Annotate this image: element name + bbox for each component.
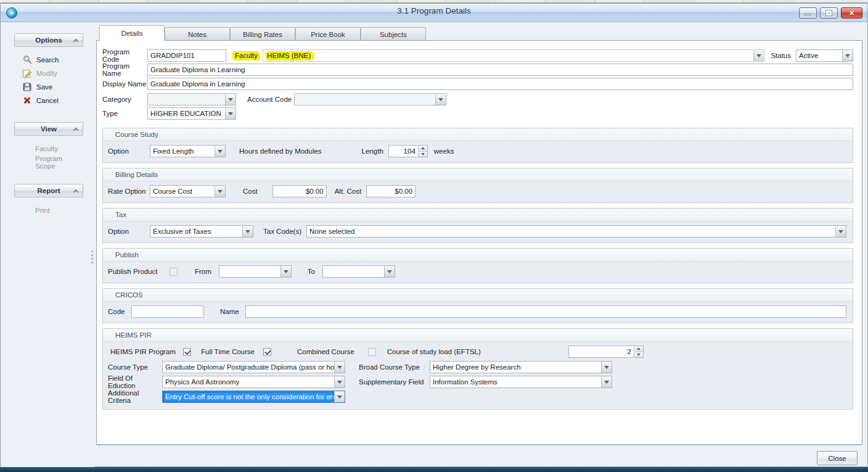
faculty-value: HEIMS (BNE) xyxy=(263,50,753,61)
dropdown-arrow-button[interactable] xyxy=(384,266,395,277)
course-option-combobox[interactable]: Fixed Length xyxy=(150,145,226,157)
hours-defined-note: Hours defined by Modules xyxy=(239,147,322,155)
broad-course-type-label: Broad Course Type xyxy=(359,363,430,371)
tab-price-book[interactable]: Price Book xyxy=(295,27,361,41)
dropdown-arrow-button[interactable] xyxy=(280,266,291,277)
dropdown-arrow-button[interactable] xyxy=(435,94,446,105)
spinner-buttons[interactable] xyxy=(418,146,427,157)
row-display-name: Display Name Graduate Diploma in Learnin… xyxy=(102,78,853,90)
full-time-course-checkbox[interactable] xyxy=(263,348,271,356)
program-code-input[interactable]: GRADDIP101 xyxy=(147,49,226,62)
cricos-code-label: Code xyxy=(108,308,128,315)
rate-option-combobox[interactable]: Course Cost xyxy=(150,185,226,197)
publish-from-label: From xyxy=(195,268,211,275)
tax-option-combobox[interactable]: Exclusive of Taxes xyxy=(150,225,253,238)
sidebar-splitter-grip[interactable] xyxy=(91,250,94,267)
additional-criteria-combobox[interactable]: Entry Cut-off score is not the only cons… xyxy=(162,391,345,403)
sidebar-item-search[interactable]: Search xyxy=(14,53,83,67)
tax-codes-combobox[interactable]: None selected xyxy=(306,225,846,238)
dropdown-arrow-button[interactable] xyxy=(601,362,612,373)
combined-course-checkbox[interactable] xyxy=(368,348,376,356)
sidebar-item-modify[interactable]: Modify xyxy=(14,67,83,80)
cricos-name-input[interactable] xyxy=(245,305,846,318)
type-label: Type xyxy=(102,110,147,117)
publish-from-combobox[interactable] xyxy=(219,265,292,278)
chevron-down-icon xyxy=(845,54,850,57)
dropdown-arrow-button[interactable] xyxy=(242,226,253,237)
course-type-label: Course Type xyxy=(108,363,162,371)
dropdown-arrow-button[interactable] xyxy=(225,94,235,105)
spinner-buttons[interactable] xyxy=(634,346,643,357)
dropdown-arrow-button[interactable] xyxy=(334,391,345,402)
status-combobox[interactable]: Active xyxy=(796,49,853,62)
sidebar-group-title: Options xyxy=(15,36,83,44)
dialog-title: 3.1 Program Details xyxy=(1,6,867,15)
billing-row: Rate Option Course Cost Cost $0.00 Alt. … xyxy=(108,185,846,197)
study-load-spinner[interactable]: 2 xyxy=(568,346,644,358)
dropdown-arrow-button[interactable] xyxy=(215,146,225,157)
tax-option-label: Option xyxy=(108,228,150,235)
dropdown-arrow-button[interactable] xyxy=(601,376,612,387)
course-option-label: Option xyxy=(108,147,150,155)
alt-cost-input[interactable]: $0.00 xyxy=(366,185,416,197)
field-of-education-combobox[interactable]: Physics And Astronomy xyxy=(162,376,345,388)
spin-down-icon[interactable] xyxy=(634,352,643,358)
broad-course-type-combobox[interactable]: Higher Degree by Research xyxy=(430,361,612,373)
dropdown-arrow-button[interactable] xyxy=(334,376,345,387)
sidebar-group-report-header[interactable]: Report xyxy=(14,184,83,197)
sidebar-item-faculty[interactable]: Faculty xyxy=(14,142,83,155)
spin-up-icon[interactable] xyxy=(634,346,643,352)
maximize-button[interactable] xyxy=(820,7,838,19)
heims-course-type-row: Course Type Graduate Diploma/ Postgradua… xyxy=(108,361,846,373)
additional-criteria-value: Entry Cut-off score is not the only cons… xyxy=(163,391,334,402)
cost-input[interactable]: $0.00 xyxy=(272,185,327,197)
cricos-code-input[interactable] xyxy=(131,305,204,318)
dropdown-arrow-button[interactable] xyxy=(215,186,225,197)
dropdown-arrow-button[interactable] xyxy=(334,362,345,373)
row-category-account: Category Account Code xyxy=(102,93,853,106)
tab-subjects[interactable]: Subjects xyxy=(361,27,426,41)
minimize-button[interactable] xyxy=(799,7,817,19)
program-name-label: Program Name xyxy=(102,62,147,77)
course-type-combobox[interactable]: Graduate Diploma/ Postgraduate Diploma (… xyxy=(162,361,345,373)
category-value xyxy=(148,94,225,105)
heims-additional-criteria-row: Additional Criteria Entry Cut-off score … xyxy=(108,391,846,403)
pencil-edit-icon xyxy=(22,68,32,78)
length-spinner[interactable]: 104 xyxy=(388,145,428,157)
display-name-input[interactable]: Graduate Diploma in Learning xyxy=(147,78,853,90)
rate-option-label: Rate Option xyxy=(108,188,150,195)
sidebar-item-cancel[interactable]: Cancel xyxy=(14,94,83,107)
field-of-education-label: Field Of Eduction xyxy=(108,375,162,389)
sidebar-group-options-header[interactable]: Options xyxy=(14,33,83,47)
type-combobox[interactable]: HIGHER EDUCATION xyxy=(147,107,236,120)
sidebar-item-print[interactable]: Print xyxy=(14,204,83,217)
chevron-down-icon xyxy=(218,190,223,193)
dropdown-arrow-button[interactable] xyxy=(842,50,853,61)
sidebar-group-title: View xyxy=(15,125,83,133)
close-window-button[interactable]: × xyxy=(841,7,862,19)
maximize-icon xyxy=(826,10,832,15)
account-code-combobox[interactable] xyxy=(294,93,446,106)
tab-details[interactable]: Details xyxy=(99,25,165,41)
heims-pir-program-checkbox[interactable] xyxy=(183,348,191,356)
spin-up-icon[interactable] xyxy=(419,146,427,151)
sidebar-group-view-header[interactable]: View xyxy=(14,122,83,136)
category-combobox[interactable] xyxy=(147,93,236,106)
publish-product-checkbox[interactable] xyxy=(170,268,178,276)
dropdown-arrow-button[interactable] xyxy=(835,226,846,237)
program-name-input[interactable]: Graduate Diploma in Learning xyxy=(147,64,853,76)
details-tab-panel: Program Code GRADDIP101 Faculty HEIMS (B… xyxy=(96,40,862,445)
sidebar-item-save[interactable]: Save xyxy=(14,80,83,94)
tab-billing-rates[interactable]: Billing Rates xyxy=(230,27,295,41)
supplementary-field-combobox[interactable]: Information Systems xyxy=(430,376,612,388)
faculty-combobox[interactable]: HEIMS (BNE) xyxy=(263,49,764,62)
dropdown-arrow-button[interactable] xyxy=(225,108,235,119)
sidebar-item-program-scope[interactable]: Program Scope xyxy=(14,155,83,169)
tab-notes[interactable]: Notes xyxy=(165,27,230,41)
publish-to-combobox[interactable] xyxy=(322,265,395,278)
faculty-label: Faculty xyxy=(232,51,260,60)
dropdown-arrow-button[interactable] xyxy=(753,50,764,61)
publish-header: Publish xyxy=(103,249,853,262)
close-button[interactable]: Close xyxy=(817,451,858,465)
spin-down-icon[interactable] xyxy=(419,151,427,157)
